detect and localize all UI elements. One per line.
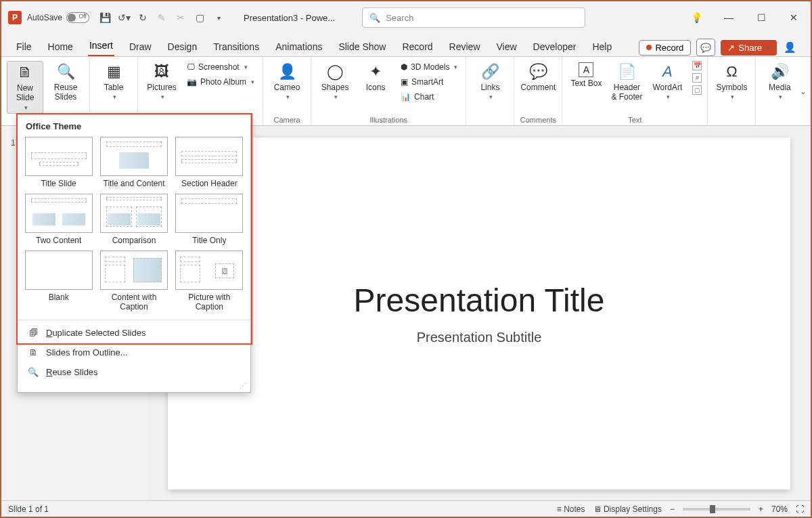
reuse-slides-button[interactable]: 🔍 Reuse Slides	[47, 61, 84, 104]
pictures-button[interactable]: 🖼 Pictures▾	[143, 61, 180, 102]
media-button[interactable]: 🔊 Media▾	[761, 61, 798, 102]
tab-insert[interactable]: Insert	[88, 36, 114, 56]
tab-design[interactable]: Design	[166, 37, 199, 56]
notes-button[interactable]: ≡ Notes	[557, 504, 585, 514]
document-title: Presentation3 - Powe...	[244, 13, 335, 23]
new-slide-button[interactable]: 🗎 New Slide▾	[7, 61, 43, 114]
layout-section-header[interactable]: Section Header	[174, 137, 245, 188]
redo-icon[interactable]: ↻	[137, 12, 149, 24]
display-settings-button[interactable]: 🖥 Display Settings	[593, 504, 662, 514]
share-button[interactable]: ↗Share▾	[721, 40, 777, 56]
present-icon[interactable]: ▢	[194, 12, 206, 24]
object-button[interactable]: ▢	[692, 85, 702, 95]
zoom-in-button[interactable]: +	[759, 504, 763, 514]
photo-album-button[interactable]: 📷Photo Album▾	[184, 76, 257, 88]
3d-icon: ⬢	[401, 62, 407, 72]
links-button[interactable]: 🔗 Links▾	[472, 61, 508, 102]
thumbnail-number: 1	[11, 138, 16, 148]
account-icon[interactable]: 👤	[782, 40, 797, 55]
cameo-icon: 👤	[276, 62, 298, 81]
slides-from-outline-command[interactable]: 🗎Slides from Outline...	[18, 343, 250, 362]
share-icon: ↗	[727, 43, 735, 53]
tab-developer[interactable]: Developer	[532, 37, 578, 56]
lightbulb-icon[interactable]: 💡	[686, 12, 706, 23]
table-icon: ▦	[103, 62, 125, 81]
header-icon: 📄	[616, 62, 637, 81]
symbol-icon: Ω	[721, 62, 742, 81]
autosave-control[interactable]: AutoSave Off	[27, 12, 89, 23]
group-comments: 💬 Comment Comments	[514, 57, 562, 125]
layout-title-content[interactable]: Title and Content	[98, 137, 169, 188]
date-time-button[interactable]: 📅	[692, 61, 702, 70]
statusbar: Slide 1 of 1 ≡ Notes 🖥 Display Settings …	[1, 500, 811, 517]
slide-counter: Slide 1 of 1	[8, 504, 49, 514]
tab-view[interactable]: View	[495, 37, 518, 56]
layout-comparison[interactable]: Comparison	[98, 194, 169, 245]
outline-icon: 🗎	[27, 347, 39, 358]
comments-pane-icon[interactable]: 💬	[696, 39, 715, 56]
tab-slideshow[interactable]: Slide Show	[337, 37, 387, 56]
zoom-slider[interactable]	[683, 508, 750, 511]
app-icon: P	[8, 11, 22, 24]
icons-button[interactable]: ✦ Icons	[357, 61, 394, 93]
save-icon[interactable]: 💾	[99, 12, 111, 24]
ribbon-collapse-icon[interactable]: ⌄	[800, 87, 807, 96]
slide-canvas[interactable]: Presentation Title Presentation Subtitle	[168, 137, 790, 490]
tab-record[interactable]: Record	[401, 37, 434, 56]
chart-icon: 📊	[401, 92, 411, 102]
table-button[interactable]: ▦ Table▾	[95, 61, 132, 102]
zoom-out-button[interactable]: −	[670, 504, 675, 514]
undo-icon[interactable]: ↺▾	[118, 12, 130, 24]
wordart-button[interactable]: A WordArt▾	[649, 61, 685, 102]
tool-icon-2[interactable]: ✂	[175, 12, 187, 24]
layout-title-only[interactable]: Title Only	[174, 194, 245, 245]
layout-content-caption[interactable]: Content with Caption	[98, 251, 169, 311]
smartart-button[interactable]: ▣SmartArt	[398, 76, 460, 88]
resize-grip-icon[interactable]: ⋰	[18, 382, 250, 392]
autosave-toggle[interactable]: Off	[66, 12, 89, 23]
screenshot-button[interactable]: 🖵Screenshot▾	[184, 61, 257, 73]
slide-title-placeholder[interactable]: Presentation Title	[354, 282, 605, 319]
screenshot-icon: 🖵	[187, 62, 195, 72]
symbols-button[interactable]: Ω Symbols▾	[713, 61, 750, 102]
group-illustrations: ◯ Shapes▾ ✦ Icons ⬢3D Models▾ ▣SmartArt …	[311, 57, 466, 125]
qat-overflow-icon[interactable]: ▾	[212, 12, 225, 24]
link-icon: 🔗	[479, 62, 501, 81]
reuse-slides-command[interactable]: 🔍Reuse Slides	[18, 362, 250, 382]
slide-subtitle-placeholder[interactable]: Presentation Subtitle	[417, 330, 542, 345]
tab-draw[interactable]: Draw	[128, 37, 153, 56]
tab-review[interactable]: Review	[448, 37, 482, 56]
duplicate-slides-command[interactable]: 🗐Duplicate Selected Slides	[18, 323, 250, 343]
tab-help[interactable]: Help	[591, 37, 613, 56]
search-input[interactable]: 🔍 Search	[362, 7, 585, 28]
tab-transitions[interactable]: Transitions	[212, 37, 261, 56]
3dmodels-button[interactable]: ⬢3D Models▾	[398, 61, 460, 73]
chart-button[interactable]: 📊Chart	[398, 91, 460, 103]
tab-animations[interactable]: Animations	[274, 37, 323, 56]
minimize-icon[interactable]: —	[719, 12, 739, 23]
layout-two-content[interactable]: Two Content	[23, 194, 94, 245]
new-slide-dropdown: Office Theme Title Slide Title and Conte…	[17, 114, 251, 393]
slide-number-button[interactable]: #	[692, 73, 702, 83]
tab-file[interactable]: File	[15, 37, 33, 56]
close-icon[interactable]: ✕	[784, 12, 804, 23]
shapes-button[interactable]: ◯ Shapes▾	[317, 61, 353, 102]
search-icon: 🔍	[369, 13, 380, 23]
layout-picture-caption[interactable]: 🖼 Picture with Caption	[174, 251, 245, 311]
comment-button[interactable]: 💬 Comment	[520, 61, 556, 93]
group-text: A Text Box 📄 Header & Footer A WordArt▾ …	[562, 57, 708, 125]
record-button[interactable]: Record	[639, 40, 691, 56]
fit-to-window-icon[interactable]: ⛶	[796, 504, 804, 514]
ribbon-tabs: File Home Insert Draw Design Transitions…	[1, 34, 811, 57]
record-dot-icon	[646, 45, 652, 50]
maximize-icon[interactable]: ☐	[751, 12, 771, 23]
tool-icon-1[interactable]: ✎	[156, 12, 168, 24]
header-footer-button[interactable]: 📄 Header & Footer	[608, 61, 645, 104]
smartart-icon: ▣	[401, 77, 408, 87]
cameo-button[interactable]: 👤 Cameo▾	[269, 61, 305, 102]
textbox-button[interactable]: A Text Box	[568, 61, 604, 89]
layout-title-slide[interactable]: Title Slide	[23, 137, 94, 188]
tab-home[interactable]: Home	[47, 37, 74, 56]
zoom-level[interactable]: 70%	[771, 504, 788, 514]
layout-blank[interactable]: Blank	[23, 251, 94, 311]
